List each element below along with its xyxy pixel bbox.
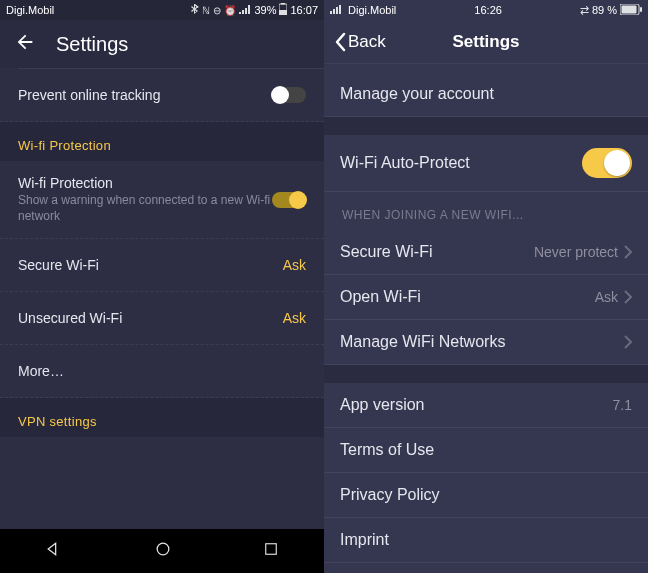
battery-percent: 89 % [592, 4, 617, 16]
svg-rect-7 [336, 7, 338, 14]
android-screen: Digi.Mobil ℕ ⊖ ⏰ 39% 16:07 Settings Prev [0, 0, 324, 573]
wifi-protection-toggle[interactable] [272, 192, 306, 208]
android-nav-bar [0, 529, 324, 573]
back-button[interactable]: Back [334, 32, 386, 52]
secure-wifi-row[interactable]: Secure Wi-Fi Never protect [324, 230, 648, 275]
wifi-protection-label: Wi-fi Protection [18, 175, 272, 191]
secure-wifi-value: Ask [283, 257, 306, 273]
svg-rect-10 [622, 5, 637, 13]
manage-account-row[interactable]: Manage your account [324, 72, 648, 117]
wifi-auto-protect-row[interactable]: Wi-Fi Auto-Protect [324, 135, 648, 192]
carrier-label: Digi.Mobil [6, 4, 54, 16]
nav-recent-icon[interactable] [262, 540, 280, 562]
svg-rect-2 [281, 3, 285, 5]
wifi-protection-row[interactable]: Wi-fi Protection Show a warning when con… [0, 161, 324, 239]
prevent-tracking-toggle[interactable] [272, 87, 306, 103]
manage-networks-row[interactable]: Manage WiFi Networks [324, 320, 648, 365]
svg-rect-6 [333, 9, 335, 14]
status-bar: Digi.Mobil 16:26 ⇄ 89 % [324, 0, 648, 20]
battery-icon [620, 4, 642, 17]
nav-home-icon[interactable] [153, 539, 173, 563]
more-label: More… [18, 363, 306, 379]
nav-back-icon[interactable] [44, 539, 64, 563]
vpn-icon: ⇄ [580, 4, 589, 17]
manage-account-label: Manage your account [340, 85, 632, 103]
secure-wifi-row[interactable]: Secure Wi-Fi Ask [0, 239, 324, 292]
alarm-icon: ⏰ [224, 5, 236, 16]
chevron-right-icon [624, 290, 632, 304]
page-title: Settings [452, 32, 519, 52]
status-bar: Digi.Mobil ℕ ⊖ ⏰ 39% 16:07 [0, 0, 324, 20]
svg-rect-8 [339, 5, 341, 14]
app-version-label: App version [340, 396, 613, 414]
unsecured-wifi-row[interactable]: Unsecured Wi-Fi Ask [0, 292, 324, 345]
chevron-left-icon [334, 32, 346, 52]
settings-list: Manage your account Wi-Fi Auto-Protect W… [324, 64, 648, 563]
back-label: Back [348, 32, 386, 52]
imprint-label: Imprint [340, 531, 632, 549]
wifi-protection-sub: Show a warning when connected to a new W… [18, 193, 272, 224]
settings-list: Prevent online tracking Wi-fi Protection… [0, 68, 324, 529]
open-wifi-label: Open Wi-Fi [340, 288, 595, 306]
bluetooth-icon [191, 4, 199, 16]
header: Back Settings [324, 20, 648, 64]
signal-icon [239, 5, 251, 16]
time-label: 16:07 [290, 4, 318, 16]
terms-label: Terms of Use [340, 441, 632, 459]
joining-wifi-section: WHEN JOINING A NEW WIFI... [324, 192, 648, 230]
secure-wifi-label: Secure Wi-Fi [340, 243, 534, 261]
more-row[interactable]: More… [0, 345, 324, 398]
chevron-right-icon [624, 335, 632, 349]
carrier-label: Digi.Mobil [348, 4, 396, 16]
ios-screen: Digi.Mobil 16:26 ⇄ 89 % Back Settings Ma… [324, 0, 648, 573]
svg-rect-4 [265, 544, 276, 555]
battery-icon [279, 3, 287, 17]
unsecured-wifi-label: Unsecured Wi-Fi [18, 310, 283, 326]
dnd-icon: ⊖ [213, 5, 221, 16]
status-icons: ℕ ⊖ ⏰ 39% 16:07 [191, 3, 318, 17]
open-wifi-value: Ask [595, 289, 632, 305]
battery-percent: 39% [254, 4, 276, 16]
svg-rect-1 [279, 10, 287, 15]
manage-networks-label: Manage WiFi Networks [340, 333, 624, 351]
wifi-auto-protect-toggle[interactable] [582, 148, 632, 178]
wifi-protection-section: Wi-fi Protection [0, 122, 324, 161]
nfc-icon: ℕ [202, 5, 210, 16]
header: Settings [0, 20, 324, 68]
signal-icon [330, 5, 344, 16]
page-title: Settings [56, 33, 128, 56]
prevent-tracking-row[interactable]: Prevent online tracking [0, 69, 324, 122]
time-label: 16:26 [474, 4, 502, 16]
back-arrow-icon[interactable] [14, 31, 36, 57]
unsecured-wifi-value: Ask [283, 310, 306, 326]
svg-point-3 [157, 543, 169, 555]
open-wifi-row[interactable]: Open Wi-Fi Ask [324, 275, 648, 320]
secure-wifi-value: Never protect [534, 244, 632, 260]
svg-rect-11 [640, 7, 642, 12]
app-version-value: 7.1 [613, 397, 632, 413]
privacy-row[interactable]: Privacy Policy [324, 473, 648, 518]
app-version-row: App version 7.1 [324, 383, 648, 428]
vpn-settings-section: VPN settings [0, 398, 324, 437]
imprint-row[interactable]: Imprint [324, 518, 648, 563]
svg-rect-5 [330, 11, 332, 14]
secure-wifi-label: Secure Wi-Fi [18, 257, 283, 273]
privacy-label: Privacy Policy [340, 486, 632, 504]
wifi-auto-protect-label: Wi-Fi Auto-Protect [340, 154, 582, 172]
manage-networks-chevron [624, 335, 632, 349]
prevent-tracking-label: Prevent online tracking [18, 87, 272, 103]
chevron-right-icon [624, 245, 632, 259]
terms-row[interactable]: Terms of Use [324, 428, 648, 473]
